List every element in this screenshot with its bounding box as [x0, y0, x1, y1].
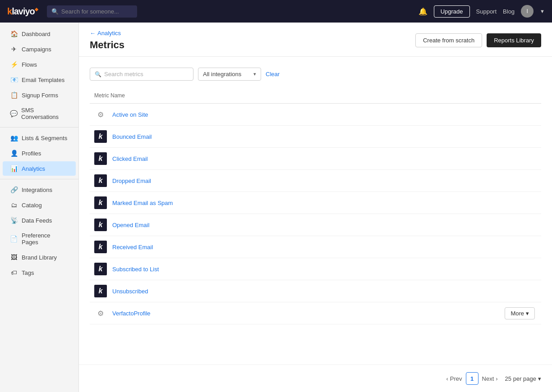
sidebar-item-integrations[interactable]: 🔗Integrations [3, 182, 76, 197]
klaviyo-icon: k [94, 263, 107, 275]
page-number[interactable]: 1 [466, 372, 478, 385]
metric-name-active-on-site[interactable]: Active on Site [112, 111, 537, 118]
more-button[interactable]: More ▾ [505, 307, 535, 319]
table-row: kOpened Email [90, 214, 541, 236]
sidebar-item-analytics[interactable]: 📊Analytics [3, 161, 76, 176]
prev-label: Prev [450, 375, 462, 382]
content-area: 🔍 All integrations ▾ Clear Metric Name ⚙… [79, 57, 552, 365]
metric-name-received-email[interactable]: Received Email [112, 244, 537, 251]
sidebar-item-flows[interactable]: ⚡Flows [3, 57, 76, 72]
metric-name-unsubscribed[interactable]: Unsubscribed [112, 288, 537, 295]
breadcrumb[interactable]: ← Analytics [90, 30, 415, 36]
table-row: kDropped Email [90, 170, 541, 192]
sidebar-item-lists-segments[interactable]: 👥Lists & Segments [3, 131, 76, 145]
notifications-icon[interactable]: 🔔 [419, 7, 428, 16]
table-row: kReceived Email [90, 236, 541, 258]
metric-cell-bounced-email: kBounced Email [90, 126, 541, 148]
sidebar-item-label: SMS Conversations [21, 107, 69, 120]
blog-link[interactable]: Blog [503, 8, 515, 15]
profiles-icon: 👤 [10, 150, 18, 157]
metric-cell-verfacto-profile: ⚙VerfactoProfileMore ▾ [90, 302, 541, 324]
metric-name-column-header: Metric Name [90, 90, 541, 104]
global-search[interactable]: 🔍 [47, 5, 137, 18]
global-search-input[interactable] [61, 8, 124, 15]
search-icon: 🔍 [95, 71, 101, 77]
sidebar-item-label: Preference Pages [22, 232, 69, 246]
table-row: kSubscribed to List [90, 258, 541, 280]
chevron-down-icon: ▾ [253, 71, 256, 77]
metric-name-subscribed-to-list[interactable]: Subscribed to List [112, 266, 537, 273]
metric-name-marked-email-spam[interactable]: Marked Email as Spam [112, 200, 537, 206]
logo: klaviyo◆ [7, 6, 38, 17]
campaigns-icon: ✈ [10, 46, 18, 53]
sidebar-item-label: Flows [22, 61, 37, 68]
metric-search-box[interactable]: 🔍 [90, 68, 193, 81]
sidebar-item-label: Catalog [22, 202, 42, 209]
sidebar-item-signup-forms[interactable]: 📋Signup Forms [3, 88, 76, 102]
sidebar-item-label: Signup Forms [22, 92, 58, 99]
brand-library-icon: 🖼 [10, 254, 18, 261]
chevron-left-icon: ‹ [446, 375, 448, 382]
klaviyo-icon: k [94, 174, 107, 187]
page-header-actions: Create from scratch Reports Library [415, 33, 541, 47]
metric-name-dropped-email[interactable]: Dropped Email [112, 178, 537, 184]
sidebar-item-email-templates[interactable]: 📧Email Templates [3, 73, 76, 87]
sidebar-item-preference-pages[interactable]: 📄Preference Pages [3, 228, 76, 249]
avatar[interactable]: I [521, 5, 534, 18]
support-link[interactable]: Support [476, 8, 497, 15]
sidebar-item-label: Brand Library [22, 254, 57, 261]
sidebar-item-catalog[interactable]: 🗂Catalog [3, 198, 76, 212]
catalog-icon: 🗂 [10, 201, 18, 209]
signup-forms-icon: 📋 [10, 91, 18, 99]
sidebar-item-label: Integrations [22, 187, 52, 193]
search-icon: 🔍 [51, 8, 59, 15]
chevron-down-icon: ▾ [538, 375, 541, 382]
sidebar-item-brand-library[interactable]: 🖼Brand Library [3, 250, 76, 264]
metric-cell-clicked-email: kClicked Email [90, 148, 541, 170]
per-page-selector[interactable]: 25 per page ▾ [505, 375, 541, 382]
sidebar-item-label: Analytics [22, 165, 45, 172]
search-input[interactable] [104, 71, 181, 77]
klaviyo-icon: k [94, 219, 107, 231]
table-row: kUnsubscribed [90, 280, 541, 302]
metric-name-verfacto-profile[interactable]: VerfactoProfile [112, 310, 499, 317]
sidebar-item-sms-conversations[interactable]: 💬SMS Conversations [3, 103, 76, 124]
upgrade-button[interactable]: Upgrade [434, 5, 470, 18]
user-menu-chevron-icon[interactable]: ▼ [540, 9, 545, 14]
sidebar-item-label: Campaigns [22, 46, 51, 53]
pagination: ‹ Prev 1 Next › 25 per page ▾ [79, 365, 552, 392]
email-templates-icon: 📧 [10, 76, 18, 83]
prev-page-button[interactable]: ‹ Prev [446, 375, 462, 382]
sidebar-item-profiles[interactable]: 👤Profiles [3, 146, 76, 160]
data-feeds-icon: 📡 [10, 217, 18, 224]
chevron-down-icon: ▾ [526, 310, 529, 317]
klaviyo-icon: k [94, 196, 107, 209]
reports-library-button[interactable]: Reports Library [487, 33, 541, 47]
metric-name-clicked-email[interactable]: Clicked Email [112, 155, 537, 162]
metrics-table: Metric Name ⚙Active on SitekBounced Emai… [90, 90, 541, 324]
sidebar-item-campaigns[interactable]: ✈Campaigns [3, 42, 76, 56]
create-from-scratch-button[interactable]: Create from scratch [415, 33, 482, 47]
sidebar: 🏠Dashboard✈Campaigns⚡Flows📧Email Templat… [0, 23, 79, 392]
sidebar-item-label: Tags [22, 269, 34, 276]
sidebar-divider [0, 179, 78, 179]
integration-filter-dropdown[interactable]: All integrations ▾ [198, 68, 261, 81]
next-page-button[interactable]: Next › [482, 375, 498, 382]
klaviyo-icon: k [94, 130, 107, 143]
analytics-icon: 📊 [10, 165, 18, 172]
sidebar-item-tags[interactable]: 🏷Tags [3, 265, 76, 280]
metric-name-opened-email[interactable]: Opened Email [112, 222, 537, 228]
sms-conversations-icon: 💬 [10, 110, 18, 117]
clear-filter-link[interactable]: Clear [266, 71, 280, 77]
sidebar-item-data-feeds[interactable]: 📡Data Feeds [3, 213, 76, 228]
metric-cell-active-on-site: ⚙Active on Site [90, 104, 541, 126]
sidebar-item-label: Lists & Segments [22, 135, 67, 141]
top-navigation: klaviyo◆ 🔍 🔔 Upgrade Support Blog I ▼ [0, 0, 552, 23]
table-row: kMarked Email as Spam [90, 192, 541, 214]
sidebar-item-dashboard[interactable]: 🏠Dashboard [3, 27, 76, 41]
sidebar-divider [0, 127, 78, 128]
metric-cell-dropped-email: kDropped Email [90, 170, 541, 192]
metric-name-bounced-email[interactable]: Bounced Email [112, 133, 537, 140]
chevron-right-icon: › [496, 375, 497, 382]
per-page-label: 25 per page [505, 375, 536, 382]
